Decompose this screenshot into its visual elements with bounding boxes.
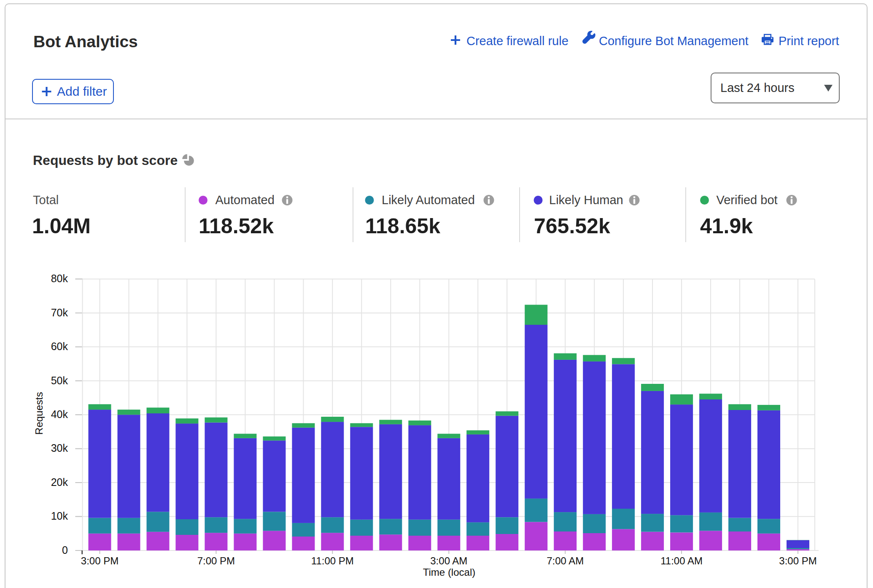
svg-text:10k: 10k xyxy=(51,510,68,522)
svg-text:Time (local): Time (local) xyxy=(423,566,475,578)
svg-text:Requests: Requests xyxy=(33,392,45,434)
svg-text:40k: 40k xyxy=(51,408,68,420)
svg-text:20k: 20k xyxy=(51,476,68,488)
svg-text:60k: 60k xyxy=(51,340,68,352)
svg-text:0: 0 xyxy=(62,544,68,556)
svg-text:3:00 AM: 3:00 AM xyxy=(430,555,467,566)
svg-text:30k: 30k xyxy=(51,442,68,454)
svg-text:70k: 70k xyxy=(51,307,68,318)
svg-text:3:00 PM: 3:00 PM xyxy=(779,555,816,566)
svg-text:7:00 PM: 7:00 PM xyxy=(197,555,235,566)
svg-text:7:00 AM: 7:00 AM xyxy=(547,555,584,566)
svg-text:3:00 PM: 3:00 PM xyxy=(81,555,119,566)
svg-text:11:00 AM: 11:00 AM xyxy=(660,555,703,566)
svg-text:50k: 50k xyxy=(51,375,68,386)
svg-text:80k: 80k xyxy=(51,272,68,284)
svg-text:11:00 PM: 11:00 PM xyxy=(311,555,354,566)
